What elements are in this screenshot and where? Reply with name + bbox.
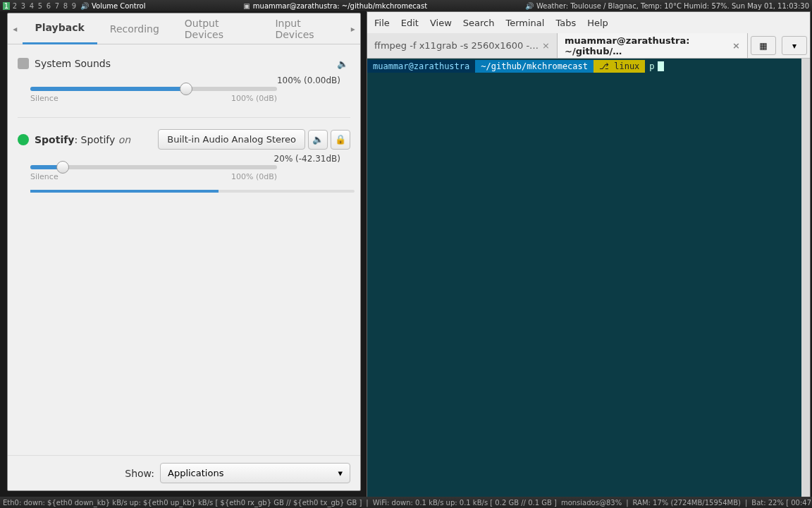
- terminal-scrollbar[interactable]: [801, 59, 810, 504]
- tab-scroll-right-button[interactable]: ▸: [345, 13, 360, 44]
- tab-input-devices[interactable]: Input Devices: [262, 13, 345, 44]
- volume-readout: 20% (-42.31dB): [30, 154, 340, 164]
- volume-control-window: ◂ Playback Recording Output Devices Inpu…: [7, 13, 361, 491]
- terminal-menubar: File Edit View Search Terminal Tabs Help: [367, 12, 810, 33]
- prompt-user: muammar@zarathustra: [367, 60, 475, 73]
- eth0-status: Eth0: down: ${eth0 down_kb} kB/s up: ${e…: [3, 499, 362, 507]
- spotify-icon: [18, 134, 29, 145]
- mute-button[interactable]: 🔈: [308, 130, 328, 150]
- secondary-window-title: muammar@zarathustra: ~/github/mkchromeca…: [253, 2, 427, 10]
- workspace-switcher[interactable]: 1 2 3 4 5 6 7 8 9: [3, 2, 78, 10]
- stream-title: System Sounds: [35, 58, 111, 69]
- menu-edit[interactable]: Edit: [401, 18, 419, 28]
- wifi-ap: monsiados@83%: [561, 499, 622, 507]
- new-tab-button[interactable]: ▦: [751, 36, 776, 55]
- slider-min-label: Silence: [30, 94, 59, 103]
- terminal-viewport[interactable]: muammar@zarathustra ~/github/mkchromecas…: [367, 59, 810, 504]
- vu-meter: [30, 190, 355, 193]
- status-bar: Eth0: down: ${eth0 down_kb} kB/s up: ${e…: [0, 497, 812, 508]
- slider-thumb[interactable]: [56, 161, 69, 174]
- workspace-6[interactable]: 6: [45, 2, 52, 10]
- tray-icons[interactable]: 🔊: [525, 2, 534, 10]
- shell-prompt: muammar@zarathustra ~/github/mkchromecas…: [367, 60, 810, 73]
- workspace-5[interactable]: 5: [37, 2, 44, 10]
- close-icon[interactable]: ×: [732, 40, 740, 51]
- tab-output-devices[interactable]: Output Devices: [172, 13, 263, 44]
- prompt-path: ~/github/mkchromecast: [475, 60, 593, 73]
- tab-playback[interactable]: Playback: [23, 13, 97, 44]
- slider-max-label: 100% (0dB): [231, 94, 277, 103]
- lock-channels-button[interactable]: 🔒: [331, 130, 350, 150]
- window-list-icon[interactable]: ▣: [243, 2, 250, 10]
- show-filter-dropdown[interactable]: Applications ▾: [160, 463, 350, 483]
- workspace-4[interactable]: 4: [28, 2, 35, 10]
- terminal-tab-shell[interactable]: muammar@zarathustra: ~/github/… ×: [558, 33, 748, 58]
- top-panel: 1 2 3 4 5 6 7 8 9 🔊 Volume Control ▣ mua…: [0, 0, 812, 11]
- cursor-block: [658, 61, 664, 71]
- stream-spotify: Spotify: Spotify on Built-in Audio Analo…: [18, 129, 350, 193]
- slider-thumb[interactable]: [180, 83, 192, 95]
- terminal-tab-ffmpeg[interactable]: ffmpeg -f x11grab -s 2560x1600 -… ×: [367, 33, 558, 58]
- menu-view[interactable]: View: [430, 18, 452, 28]
- workspace-2[interactable]: 2: [11, 2, 18, 10]
- workspace-8[interactable]: 8: [62, 2, 69, 10]
- stream-title: Spotify: Spotify on: [35, 134, 130, 145]
- stream-divider: [18, 117, 350, 118]
- chevron-down-icon: ▾: [338, 468, 343, 478]
- wifi-status: WiFi: down: 0.1 kB/s up: 0.1 kB/s [ 0.2 …: [373, 499, 557, 507]
- workspace-7[interactable]: 7: [54, 2, 61, 10]
- ram-status: RAM: 17% (2724MB/15954MB): [633, 499, 741, 507]
- workspace-9[interactable]: 9: [70, 2, 78, 10]
- slider-max-label: 100% (0dB): [231, 172, 277, 181]
- menu-tabs[interactable]: Tabs: [555, 18, 576, 28]
- tab-menu-button[interactable]: ▾: [782, 36, 807, 55]
- mute-button[interactable]: 🔈: [335, 56, 350, 71]
- menu-help[interactable]: Help: [587, 18, 608, 28]
- prompt-branch: ⎇ linux: [593, 60, 645, 73]
- menu-file[interactable]: File: [374, 18, 390, 28]
- menu-search[interactable]: Search: [463, 18, 495, 28]
- system-sounds-icon: [18, 58, 29, 69]
- prompt-input[interactable]: p: [645, 60, 654, 73]
- menu-terminal[interactable]: Terminal: [505, 18, 544, 28]
- active-window-title: Volume Control: [92, 2, 146, 10]
- output-device-dropdown[interactable]: Built-in Audio Analog Stereo: [158, 129, 305, 150]
- battery-status: Bat: 22% [ 00:47 ]: [751, 499, 812, 507]
- terminal-tabbar: ffmpeg -f x11grab -s 2560x1600 -… × muam…: [367, 33, 810, 59]
- close-icon[interactable]: ×: [542, 40, 550, 51]
- vc-tabbar: ◂ Playback Recording Output Devices Inpu…: [8, 13, 360, 44]
- terminal-window: File Edit View Search Terminal Tabs Help…: [367, 11, 811, 505]
- tab-scroll-left-button[interactable]: ◂: [8, 13, 23, 44]
- weather-status: Weather: Toulouse / Blagnac, Temp: 10°C …: [536, 2, 809, 10]
- stream-system-sounds: System Sounds 🔈 100% (0.00dB) Silence 10…: [18, 56, 350, 103]
- volume-tray-icon[interactable]: 🔊: [80, 2, 89, 10]
- volume-slider[interactable]: [30, 165, 277, 169]
- tab-recording[interactable]: Recording: [97, 13, 172, 44]
- workspace-3[interactable]: 3: [20, 2, 27, 10]
- show-label: Show:: [125, 468, 154, 479]
- slider-min-label: Silence: [30, 172, 59, 181]
- volume-slider[interactable]: [30, 87, 277, 91]
- vc-footer: Show: Applications ▾: [8, 455, 360, 490]
- workspace-1[interactable]: 1: [3, 2, 10, 10]
